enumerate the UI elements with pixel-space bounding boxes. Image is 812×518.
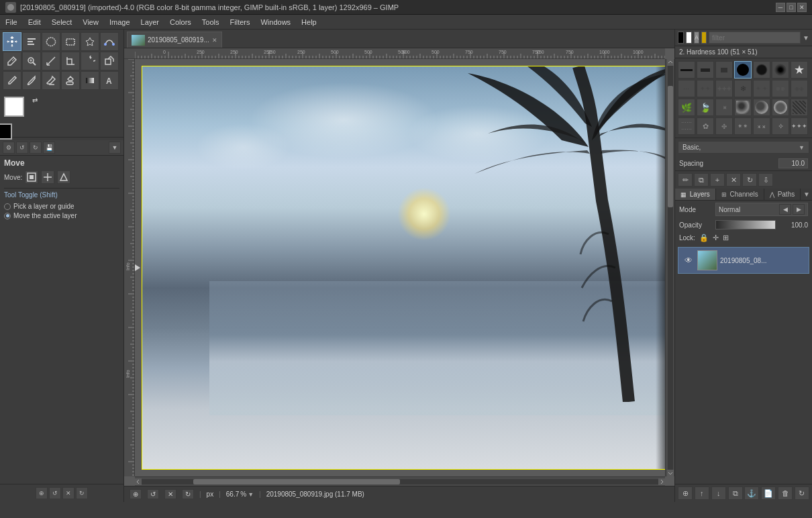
brush-delete-btn[interactable]: ✕	[726, 173, 741, 187]
tool-free-select[interactable]	[42, 32, 60, 51]
tool-transform[interactable]	[100, 52, 119, 70]
tool-options-save-icon[interactable]: 💾	[43, 142, 55, 154]
h-scroll-thumb[interactable]	[193, 479, 400, 484]
menu-tools[interactable]: Tools	[197, 17, 225, 28]
radio-pick-circle[interactable]	[4, 203, 11, 210]
radio-move-circle[interactable]	[4, 213, 11, 219]
brush-cell-2[interactable]	[697, 61, 714, 79]
swatch-gold[interactable]	[701, 32, 707, 44]
status-action-btn-2[interactable]: ↺	[147, 489, 159, 499]
maximize-button[interactable]: □	[786, 3, 796, 12]
tool-rect-select[interactable]	[61, 32, 80, 51]
v-scrollbar[interactable]	[665, 59, 674, 476]
tool-options-config-icon[interactable]: ⚙	[3, 142, 15, 154]
menu-select[interactable]: Select	[46, 17, 78, 28]
tool-pencil[interactable]	[3, 71, 21, 90]
tool-paths[interactable]	[100, 32, 119, 51]
brush-cell-9[interactable]: ✦✦	[697, 80, 714, 97]
menu-image[interactable]: Image	[104, 17, 136, 28]
menu-edit[interactable]: Edit	[23, 17, 46, 28]
lock-position-icon[interactable]: ✛	[713, 234, 719, 242]
tool-color-picker[interactable]	[3, 52, 21, 70]
brush-cell-17[interactable]: ✦	[715, 99, 733, 116]
move-option-3[interactable]	[57, 170, 70, 184]
tool-options-redo-icon[interactable]: ↻	[30, 142, 42, 154]
layers-tab[interactable]: ▦ Layers	[675, 189, 716, 200]
brush-cell-6[interactable]	[772, 61, 789, 79]
brush-import-btn[interactable]: ⇩	[758, 173, 773, 187]
image-tab[interactable]: 20190805_080919... ✕	[127, 32, 222, 48]
tool-options-undo-icon[interactable]: ↺	[16, 142, 28, 154]
gimp-canvas[interactable]	[142, 66, 665, 470]
h-scroll-right[interactable]	[658, 478, 665, 485]
tool-align[interactable]	[22, 32, 41, 51]
menu-windows[interactable]: Windows	[255, 17, 296, 28]
tool-eraser[interactable]	[42, 71, 60, 90]
layer-item[interactable]: 👁 20190805_08...	[678, 247, 809, 274]
zoom-dropdown-arrow[interactable]: ▼	[248, 491, 254, 498]
menu-help[interactable]: Help	[296, 17, 322, 28]
v-scroll-track[interactable]	[668, 66, 673, 470]
toolbox-btn-1[interactable]: ⊕	[36, 487, 48, 499]
move-option-2[interactable]	[41, 170, 54, 184]
layer-export-btn[interactable]: ↻	[795, 486, 809, 500]
mode-right-btn[interactable]: ▶	[793, 204, 805, 215]
layer-down-btn[interactable]: ↓	[711, 486, 726, 500]
brush-cell-28[interactable]: ✦✦✦	[791, 117, 808, 135]
v-scroll-thumb[interactable]	[668, 86, 673, 207]
radio-move-active[interactable]: Move the active layer	[4, 212, 119, 219]
brush-cell-13[interactable]: ⊕⊕	[772, 80, 789, 97]
h-scroll-left[interactable]	[135, 478, 142, 485]
tab-close-button[interactable]: ✕	[212, 37, 217, 44]
brush-cell-3[interactable]	[715, 61, 733, 79]
brush-tag-dropdown[interactable]: Basic, ▼	[678, 141, 809, 154]
brush-cell-27[interactable]: ✧	[772, 117, 789, 135]
brush-cell-19[interactable]	[753, 99, 770, 116]
radio-pick-layer[interactable]: Pick a layer or guide	[4, 203, 119, 210]
swatch-black[interactable]	[678, 32, 684, 44]
status-action-btn-4[interactable]: ↻	[182, 489, 194, 499]
brush-cell-12[interactable]: ✦ ✦	[753, 80, 770, 97]
layer-new-group-btn[interactable]: ⊕	[678, 486, 693, 500]
menu-colors[interactable]: Colors	[164, 17, 197, 28]
tool-measure[interactable]	[42, 52, 60, 70]
layer-anchor-btn[interactable]: ⚓	[744, 486, 759, 500]
brush-cell-8[interactable]: ···	[678, 80, 695, 97]
tool-crop[interactable]	[61, 52, 80, 70]
foreground-color[interactable]	[4, 97, 24, 117]
opacity-slider[interactable]	[715, 220, 776, 229]
mode-dropdown[interactable]: Normal ◀ ▶	[715, 203, 808, 216]
toolbox-btn-2[interactable]: ↺	[49, 487, 61, 499]
brush-cell-16[interactable]: 🍃	[697, 99, 714, 116]
brush-duplicate-btn[interactable]: ⧉	[694, 173, 709, 187]
lock-paint-icon[interactable]: 🔒	[699, 234, 709, 242]
status-action-btn-3[interactable]: ✕	[164, 489, 176, 499]
brush-cell-1[interactable]	[678, 61, 695, 79]
brush-cell-11[interactable]: ❄	[734, 80, 752, 97]
brush-cell-15[interactable]: 🌿	[678, 99, 695, 116]
layer-up-btn[interactable]: ↑	[695, 486, 709, 500]
paths-tab[interactable]: ⋀ Paths	[764, 189, 801, 200]
move-option-1[interactable]	[25, 170, 38, 184]
menu-view[interactable]: View	[77, 17, 104, 28]
status-action-btn-1[interactable]: ⊕	[130, 489, 142, 499]
swatch-white[interactable]	[686, 32, 692, 44]
tool-rotate[interactable]	[81, 52, 99, 70]
brush-cell-18[interactable]	[734, 99, 752, 116]
tool-options-menu-icon[interactable]: ▼	[109, 142, 121, 154]
layer-visibility-icon[interactable]: 👁	[682, 254, 695, 266]
brush-cell-26[interactable]: ⁎ ⁎	[753, 117, 770, 135]
menu-layer[interactable]: Layer	[136, 17, 165, 28]
v-scroll-up[interactable]	[667, 59, 674, 66]
menu-file[interactable]: File	[0, 17, 23, 28]
tool-bucket[interactable]	[61, 71, 80, 90]
brush-refresh-btn[interactable]: ↻	[742, 173, 757, 187]
brush-cell-24[interactable]: ✤	[715, 117, 733, 135]
brush-cell-4[interactable]	[734, 61, 752, 79]
panel-menu-arrow[interactable]: ▼	[803, 34, 809, 42]
brush-cell-25[interactable]: ⁕⁕	[734, 117, 752, 135]
tool-gradient[interactable]	[81, 71, 99, 90]
tool-fuzzy-select[interactable]	[81, 32, 99, 51]
minimize-button[interactable]: ─	[776, 3, 785, 12]
tool-move[interactable]	[3, 32, 21, 51]
